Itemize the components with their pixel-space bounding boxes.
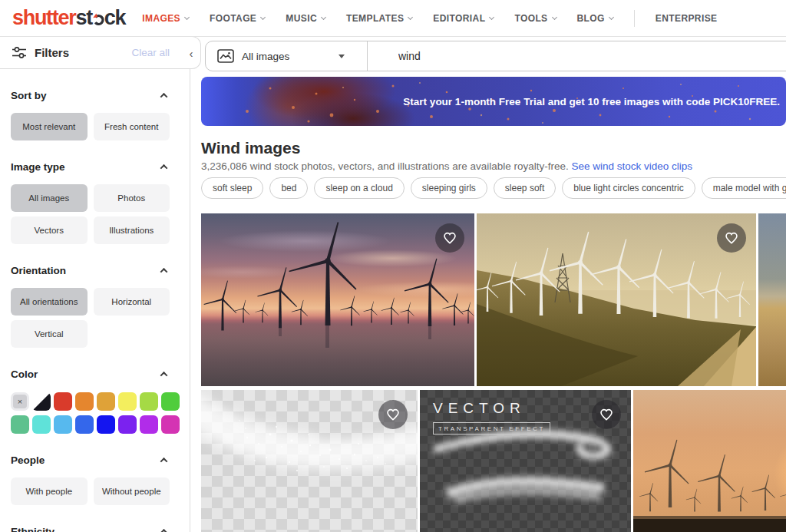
nav-item-footage[interactable]: FOOTAGE — [210, 13, 265, 24]
chevron-up-icon — [160, 268, 168, 276]
collapse-section-button[interactable] — [158, 454, 170, 466]
video-clips-link[interactable]: See wind stock video clips — [572, 160, 693, 172]
nav-item-blog[interactable]: BLOG — [577, 13, 613, 24]
image-type-illustrations[interactable]: Illustrations — [94, 216, 170, 244]
collapse-filters-button[interactable]: ‹ — [185, 46, 197, 59]
color-swatch[interactable] — [32, 415, 51, 434]
nav-item-images[interactable]: IMAGES — [142, 13, 189, 24]
color-swatch[interactable] — [75, 415, 94, 434]
chevron-down-icon — [321, 14, 326, 19]
filters-sliders-icon — [12, 47, 26, 58]
result-image-vector-smoke-effect[interactable]: VECTOR TRANSPARENT EFFECT — [420, 390, 631, 532]
image-type-all-images[interactable]: All images — [11, 184, 88, 212]
orientation-all[interactable]: All orientations — [11, 288, 88, 316]
section-title-color: Color — [11, 368, 38, 380]
top-navigation: shutterstck IMAGES FOOTAGE MUSIC TEMPLAT… — [0, 0, 786, 37]
chevron-down-icon — [408, 14, 413, 19]
people-without[interactable]: Without people — [94, 477, 170, 505]
color-swatch[interactable] — [97, 392, 115, 411]
result-image-offshore-wind-turbines-sunset[interactable] — [201, 213, 474, 386]
nav-item-templates[interactable]: TEMPLATES — [346, 13, 412, 24]
chevron-down-icon — [260, 14, 266, 19]
color-swatches: × — [11, 392, 190, 434]
chevron-up-icon — [160, 458, 168, 465]
results-count: 3,236,086 wind stock photos, vectors, an… — [201, 160, 569, 172]
color-swatch[interactable] — [54, 392, 72, 411]
color-swatch-black-white[interactable] — [32, 392, 51, 411]
collapse-section-button[interactable] — [158, 90, 170, 101]
color-swatch-none[interactable]: × — [11, 392, 29, 411]
chevron-up-icon — [160, 529, 168, 532]
result-image-wind-swoosh-vector[interactable] — [201, 390, 418, 532]
related-tag[interactable]: sleep on a cloud — [314, 177, 404, 199]
vector-card-subtitle: TRANSPARENT EFFECT — [433, 422, 550, 435]
banner-text: Start your 1-month Free Trial and get 10… — [403, 96, 780, 107]
nav-item-editorial[interactable]: EDITORIAL — [433, 13, 494, 24]
page-title: Wind images — [201, 139, 300, 157]
nav-item-enterprise[interactable]: ENTERPRISE — [656, 13, 718, 24]
color-swatch[interactable] — [161, 392, 180, 411]
image-type-photos[interactable]: Photos — [94, 184, 170, 212]
favorite-button[interactable] — [592, 400, 621, 429]
collapse-section-button[interactable] — [158, 368, 170, 380]
shutterstock-page: shutterstck IMAGES FOOTAGE MUSIC TEMPLAT… — [0, 0, 786, 532]
search-scope-dropdown[interactable]: All images — [206, 49, 367, 63]
related-searches: soft sleep bed sleep on a cloud sleeping… — [201, 177, 786, 199]
shutterstock-logo[interactable]: shutterstck — [12, 6, 125, 30]
image-type-vectors[interactable]: Vectors — [11, 216, 88, 244]
collapse-section-button[interactable] — [158, 161, 170, 173]
image-results-grid: VECTOR TRANSPARENT EFFECT — [201, 213, 786, 532]
chevron-down-icon — [609, 14, 614, 19]
chevron-up-icon — [160, 93, 168, 101]
result-image-field-partial[interactable] — [758, 213, 786, 386]
sort-option-most-relevant[interactable]: Most relevant — [11, 113, 88, 140]
result-image-hillside-wind-turbines[interactable] — [477, 213, 756, 386]
orientation-horizontal[interactable]: Horizontal — [94, 288, 170, 316]
collapse-section-button[interactable] — [158, 526, 170, 532]
collapse-section-button[interactable] — [158, 265, 170, 276]
clear-all-button[interactable]: Clear all — [131, 47, 170, 58]
chevron-down-icon — [489, 14, 494, 19]
color-swatch[interactable] — [118, 392, 137, 411]
related-tag[interactable]: bed — [269, 177, 308, 199]
favorite-button[interactable] — [435, 223, 464, 253]
sidebar-divider — [190, 69, 190, 532]
logo-shutter-o-icon — [92, 12, 105, 27]
favorite-button[interactable] — [717, 223, 746, 253]
color-swatch[interactable] — [140, 415, 158, 434]
related-tag[interactable]: sleep soft — [494, 177, 556, 199]
haze-turbines — [633, 390, 786, 532]
related-tag[interactable]: male model with grey background — [702, 177, 786, 199]
color-swatch[interactable] — [118, 415, 137, 434]
related-tag[interactable]: blue light circles concentric — [562, 177, 695, 199]
section-title-image-type: Image type — [11, 161, 65, 173]
people-with[interactable]: With people — [11, 477, 88, 505]
heart-outline-icon — [724, 231, 739, 245]
logo-text-mid: st — [75, 6, 91, 30]
nav-item-tools[interactable]: TOOLS — [514, 13, 556, 24]
color-swatch[interactable] — [54, 415, 72, 434]
search-input[interactable] — [368, 50, 786, 62]
filter-section-image-type: Image type All images Photos Vectors Ill… — [11, 161, 190, 244]
result-image-turbines-orange-haze[interactable] — [633, 390, 786, 532]
turbines-silhouette — [201, 213, 474, 386]
section-title-orientation: Orientation — [11, 265, 66, 276]
logo-text-end: ck — [104, 6, 125, 30]
related-tag[interactable]: sleeping girls — [411, 177, 487, 199]
vector-card-title: VECTOR — [433, 400, 526, 417]
favorite-button[interactable] — [378, 400, 408, 429]
color-swatch[interactable] — [11, 415, 29, 434]
color-swatch[interactable] — [97, 415, 115, 434]
section-title-sort: Sort by — [11, 90, 47, 101]
color-swatch[interactable] — [140, 392, 158, 411]
color-swatch[interactable] — [161, 415, 180, 434]
promo-banner[interactable]: Start your 1-month Free Trial and get 10… — [201, 77, 786, 126]
related-tag[interactable]: soft sleep — [201, 177, 263, 199]
sort-option-fresh-content[interactable]: Fresh content — [94, 113, 170, 140]
nav-item-music[interactable]: MUSIC — [286, 13, 325, 24]
filters-sidebar: Sort by Most relevant Fresh content Imag… — [0, 69, 190, 532]
hillside-scene — [477, 213, 756, 386]
chevron-down-icon — [184, 14, 190, 19]
orientation-vertical[interactable]: Vertical — [11, 320, 88, 348]
color-swatch[interactable] — [75, 392, 94, 411]
